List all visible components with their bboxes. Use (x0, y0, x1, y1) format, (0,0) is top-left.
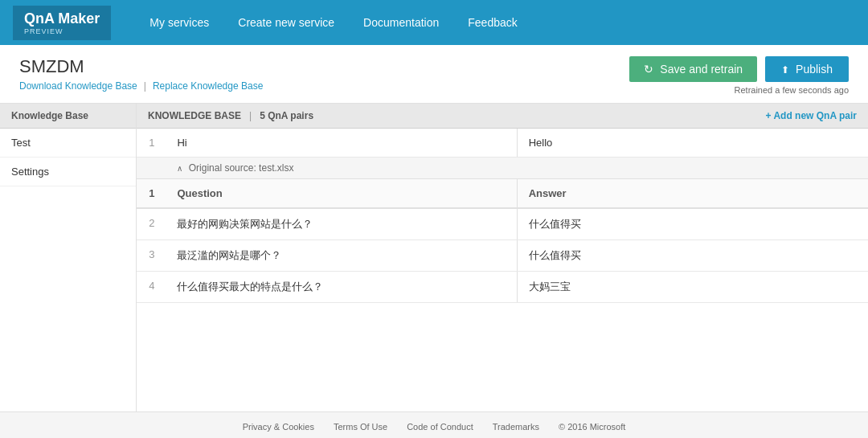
refresh-icon (644, 63, 655, 76)
row-number: 1 (137, 129, 166, 158)
brand-subtitle: PREVIEW (24, 27, 100, 35)
header-links: Download Knowledge Base | Replace Knowle… (19, 80, 263, 92)
chevron-icon: ∧ (177, 164, 182, 173)
nav-my-services[interactable]: My services (135, 0, 223, 45)
footer-privacy[interactable]: Privacy & Cookies (243, 422, 314, 432)
publish-icon (781, 63, 791, 76)
source-row: ∧ Original source: test.xlsx (137, 158, 868, 179)
table-row: 4 什么值得买最大的特点是什么？ 大妈三宝 (137, 272, 868, 303)
download-kb-link[interactable]: Download Knowledge Base (19, 80, 137, 92)
nav-feedback[interactable]: Feedback (453, 0, 531, 45)
question-cell[interactable]: 最泛滥的网站是哪个？ (166, 240, 517, 272)
kb-header-left: KNOWLEDGE BASE | 5 QnA pairs (148, 110, 313, 121)
nav-links: My services Create new service Documenta… (135, 0, 531, 45)
publish-button[interactable]: Publish (765, 56, 849, 82)
page-header-right: Save and retrain Publish Retrained a few… (629, 56, 849, 95)
footer-copyright: © 2016 Microsoft (559, 422, 625, 432)
sidebar-item-settings[interactable]: Settings (0, 158, 136, 186)
page-title: SMZDM (19, 56, 263, 77)
question-cell[interactable]: Hi (166, 129, 517, 158)
header-buttons: Save and retrain Publish (629, 56, 849, 82)
footer: Privacy & Cookies Terms Of Use Code of C… (0, 411, 868, 438)
row-number: 2 (137, 208, 166, 240)
sidebar: Knowledge Base Test Settings (0, 104, 137, 411)
table-row: 1 Hi Hello (137, 129, 868, 158)
content-area: KNOWLEDGE BASE | 5 QnA pairs + Add new Q… (137, 104, 868, 411)
top-nav: QnA Maker PREVIEW My services Create new… (0, 0, 868, 45)
answer-cell[interactable]: 什么值得买 (517, 240, 868, 272)
brand-title: QnA Maker (24, 10, 100, 27)
header-answer: Answer (517, 179, 868, 209)
page-header-left: SMZDM Download Knowledge Base | Replace … (19, 56, 263, 92)
answer-cell[interactable]: 什么值得买 (517, 208, 868, 240)
kb-pair-count: 5 QnA pairs (260, 110, 313, 121)
kb-divider: | (249, 110, 252, 121)
nav-documentation[interactable]: Documentation (349, 0, 453, 45)
replace-kb-link[interactable]: Replace Knowledge Base (153, 80, 263, 92)
kb-header-bar: KNOWLEDGE BASE | 5 QnA pairs + Add new Q… (137, 104, 868, 129)
answer-cell[interactable]: Hello (517, 129, 868, 158)
qna-table: 1 Hi Hello ∧ Original source: test.xlsx … (137, 129, 868, 303)
row-number: 3 (137, 240, 166, 272)
kb-header-label: KNOWLEDGE BASE (148, 110, 241, 121)
table-row: 2 最好的网购决策网站是什么？ 什么值得买 (137, 208, 868, 240)
question-cell[interactable]: 什么值得买最大的特点是什么？ (166, 272, 517, 303)
footer-conduct[interactable]: Code of Conduct (407, 422, 473, 432)
save-retrain-button[interactable]: Save and retrain (629, 56, 757, 82)
row-number: 4 (137, 272, 166, 303)
source-label: ∧ Original source: test.xlsx (166, 158, 868, 179)
brand-logo: QnA Maker PREVIEW (13, 6, 111, 40)
header-num: 1 (137, 179, 166, 209)
footer-terms[interactable]: Terms Of Use (334, 422, 387, 432)
nav-create-service[interactable]: Create new service (223, 0, 349, 45)
question-cell[interactable]: 最好的网购决策网站是什么？ (166, 208, 517, 240)
main-layout: Knowledge Base Test Settings KNOWLEDGE B… (0, 104, 868, 411)
table-header-row: 1 Question Answer (137, 179, 868, 209)
header-divider: | (144, 80, 146, 92)
source-text: Original source: test.xlsx (189, 162, 294, 174)
save-button-label: Save and retrain (660, 63, 743, 76)
header-question: Question (166, 179, 517, 209)
add-qna-button[interactable]: + Add new QnA pair (766, 110, 857, 121)
footer-trademarks[interactable]: Trademarks (493, 422, 539, 432)
publish-button-label: Publish (796, 63, 833, 76)
answer-cell[interactable]: 大妈三宝 (517, 272, 868, 303)
table-row: 3 最泛滥的网站是哪个？ 什么值得买 (137, 240, 868, 272)
sidebar-item-test[interactable]: Test (0, 129, 136, 158)
retrained-status: Retrained a few seconds ago (735, 85, 849, 95)
page-header: SMZDM Download Knowledge Base | Replace … (0, 45, 868, 104)
sidebar-header: Knowledge Base (0, 104, 136, 129)
